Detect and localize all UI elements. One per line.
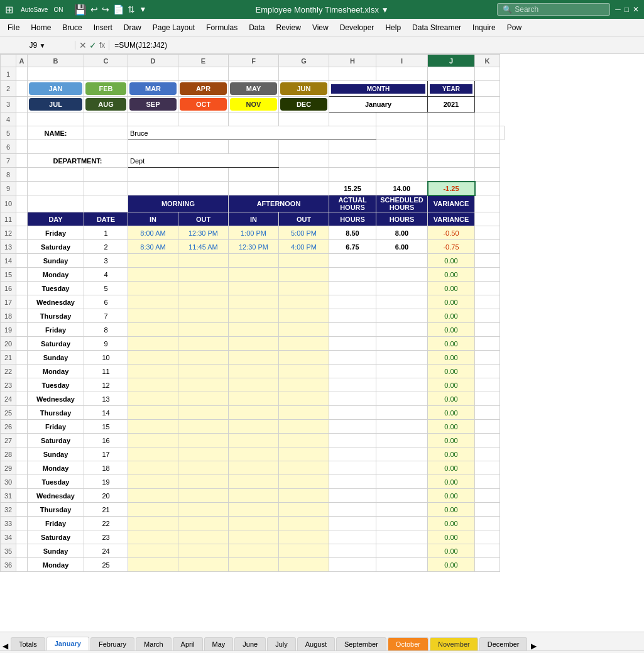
cell-c10[interactable] bbox=[84, 195, 128, 212]
tab-february[interactable]: February bbox=[90, 637, 134, 650]
menu-data-streamer[interactable]: Data Streamer bbox=[407, 21, 466, 34]
dropdown-icon[interactable]: ▼ bbox=[139, 5, 146, 14]
cell-f3-nov[interactable]: NOV bbox=[229, 97, 279, 112]
cell-k7[interactable] bbox=[475, 154, 500, 168]
cell-k2[interactable] bbox=[475, 81, 500, 97]
may-button[interactable]: MAY bbox=[230, 82, 277, 95]
title-dropdown-icon[interactable]: ▼ bbox=[381, 6, 389, 14]
cell-e9[interactable] bbox=[178, 182, 229, 195]
cell-a1[interactable] bbox=[16, 67, 28, 81]
menu-data[interactable]: Data bbox=[244, 21, 270, 34]
col-header-h[interactable]: H bbox=[329, 55, 376, 67]
minimize-icon[interactable]: ─ bbox=[615, 5, 621, 14]
cell-k12[interactable] bbox=[475, 226, 500, 240]
menu-draw[interactable]: Draw bbox=[119, 21, 146, 34]
menu-help[interactable]: Help bbox=[380, 21, 406, 34]
cell-g6[interactable] bbox=[279, 140, 329, 154]
aug-button[interactable]: AUG bbox=[85, 98, 126, 111]
cell-k13[interactable] bbox=[475, 240, 500, 254]
var-13[interactable]: -0.75 bbox=[428, 240, 475, 254]
cell-j3-year-value[interactable]: 2021 bbox=[428, 97, 475, 112]
cell-k9[interactable] bbox=[475, 182, 500, 195]
cell-a5[interactable] bbox=[16, 126, 28, 140]
dept-value[interactable]: Dept bbox=[128, 154, 279, 168]
cell-b3-jul[interactable]: JUL bbox=[28, 97, 84, 112]
cell-j5[interactable] bbox=[475, 126, 500, 140]
cell-h1[interactable] bbox=[329, 67, 376, 81]
cell-b10[interactable] bbox=[28, 195, 84, 212]
actual-13[interactable]: 6.75 bbox=[329, 240, 376, 254]
cell-d4[interactable] bbox=[128, 112, 178, 126]
cell-e3-oct[interactable]: OCT bbox=[178, 97, 229, 112]
cell-a9[interactable] bbox=[16, 182, 28, 195]
a-in-13[interactable]: 12:30 PM bbox=[229, 240, 279, 254]
menu-insert[interactable]: Insert bbox=[89, 21, 117, 34]
cell-e8[interactable] bbox=[178, 168, 229, 182]
cell-c5[interactable] bbox=[84, 126, 128, 140]
sched-13[interactable]: 6.00 bbox=[376, 240, 428, 254]
menu-page-layout[interactable]: Page Layout bbox=[148, 21, 200, 34]
cell-g2-jun[interactable]: JUN bbox=[279, 81, 329, 97]
accept-formula-icon[interactable]: ✓ bbox=[89, 40, 97, 50]
close-icon[interactable]: ✕ bbox=[633, 5, 639, 14]
cell-k5[interactable] bbox=[500, 126, 505, 140]
m-in-13[interactable]: 8:30 AM bbox=[128, 240, 178, 254]
cell-c3-aug[interactable]: AUG bbox=[84, 97, 128, 112]
cell-h8[interactable] bbox=[329, 168, 376, 182]
tab-december[interactable]: December bbox=[479, 637, 528, 650]
cell-k3[interactable] bbox=[475, 97, 500, 112]
cell-j6[interactable] bbox=[428, 140, 475, 154]
col-header-e[interactable]: E bbox=[178, 55, 229, 67]
nov-button[interactable]: NOV bbox=[230, 98, 277, 111]
cell-b8[interactable] bbox=[28, 168, 84, 182]
dec-button[interactable]: DEC bbox=[280, 98, 327, 111]
cell-a4[interactable] bbox=[16, 112, 28, 126]
cell-a11[interactable] bbox=[16, 212, 28, 226]
col-header-i[interactable]: I bbox=[376, 55, 428, 67]
day-12[interactable]: Friday bbox=[28, 226, 84, 240]
undo-icon[interactable]: ↩ bbox=[90, 4, 98, 14]
cell-f8[interactable] bbox=[229, 168, 279, 182]
cell-c2-feb[interactable]: FEB bbox=[84, 81, 128, 97]
cell-a13[interactable] bbox=[16, 240, 28, 254]
redo-icon[interactable]: ↪ bbox=[102, 4, 109, 14]
cell-j8[interactable] bbox=[428, 168, 475, 182]
cell-j1[interactable] bbox=[428, 67, 475, 81]
tab-march[interactable]: March bbox=[136, 637, 172, 650]
m-in-12[interactable]: 8:00 AM bbox=[128, 226, 178, 240]
a-out-13[interactable]: 4:00 PM bbox=[279, 240, 329, 254]
scroll-sheets-left[interactable]: ◀ bbox=[3, 642, 8, 650]
cell-g1[interactable] bbox=[279, 67, 329, 81]
menu-review[interactable]: Review bbox=[271, 21, 306, 34]
cell-h4[interactable] bbox=[329, 112, 376, 126]
date-12[interactable]: 1 bbox=[84, 226, 128, 240]
menu-pow[interactable]: Pow bbox=[502, 21, 527, 34]
a-out-12[interactable]: 5:00 PM bbox=[279, 226, 329, 240]
tab-may[interactable]: May bbox=[204, 637, 234, 650]
day-13[interactable]: Saturday bbox=[28, 240, 84, 254]
cell-d1[interactable] bbox=[128, 67, 178, 81]
cell-i6[interactable] bbox=[376, 140, 428, 154]
cell-i5[interactable] bbox=[428, 126, 475, 140]
cell-f6[interactable] bbox=[229, 140, 279, 154]
tab-july[interactable]: July bbox=[267, 637, 296, 650]
cell-c8[interactable] bbox=[84, 168, 128, 182]
menu-inquire[interactable]: Inquire bbox=[467, 21, 501, 34]
col-header-f[interactable]: F bbox=[229, 55, 279, 67]
cell-c4[interactable] bbox=[84, 112, 128, 126]
cell-e2-apr[interactable]: APR bbox=[178, 81, 229, 97]
cell-a7[interactable] bbox=[16, 154, 28, 168]
cell-a6[interactable] bbox=[16, 140, 28, 154]
menu-file[interactable]: File bbox=[3, 21, 25, 34]
cell-g8[interactable] bbox=[279, 168, 329, 182]
a-in-12[interactable]: 1:00 PM bbox=[229, 226, 279, 240]
cell-k6[interactable] bbox=[475, 140, 500, 154]
variance-total[interactable]: -1.25 bbox=[428, 182, 475, 195]
doc-icon[interactable]: 📄 bbox=[113, 4, 124, 14]
sort-icon[interactable]: ⇅ bbox=[128, 4, 135, 14]
jan-button[interactable]: JAN bbox=[29, 82, 82, 95]
col-header-g[interactable]: G bbox=[279, 55, 329, 67]
cell-f2-may[interactable]: MAY bbox=[229, 81, 279, 97]
col-header-c[interactable]: C bbox=[84, 55, 128, 67]
cell-f9[interactable] bbox=[229, 182, 279, 195]
